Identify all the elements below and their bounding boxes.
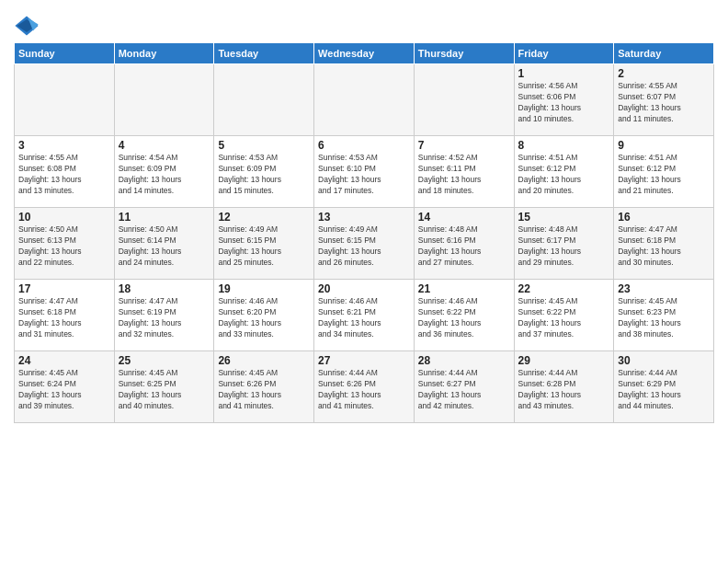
day-number: 19: [218, 282, 310, 295]
weekday-header-saturday: Saturday: [614, 43, 714, 64]
day-number: 30: [618, 354, 710, 367]
day-number: 5: [218, 139, 310, 152]
calendar-cell: 9Sunrise: 4:51 AM Sunset: 6:12 PM Daylig…: [614, 136, 714, 208]
day-number: 3: [18, 139, 110, 152]
weekday-header-thursday: Thursday: [414, 43, 514, 64]
day-number: 21: [418, 282, 510, 295]
day-info: Sunrise: 4:48 AM Sunset: 6:16 PM Dayligh…: [418, 224, 510, 269]
day-info: Sunrise: 4:55 AM Sunset: 6:07 PM Dayligh…: [618, 81, 710, 125]
calendar-cell: 14Sunrise: 4:48 AM Sunset: 6:16 PM Dayli…: [414, 208, 514, 280]
calendar-cell: 4Sunrise: 4:54 AM Sunset: 6:09 PM Daylig…: [114, 136, 214, 208]
day-info: Sunrise: 4:55 AM Sunset: 6:08 PM Dayligh…: [18, 153, 110, 197]
calendar-cell: [15, 64, 115, 136]
day-info: Sunrise: 4:45 AM Sunset: 6:23 PM Dayligh…: [618, 296, 710, 340]
calendar-cell: [114, 64, 214, 136]
calendar-cell: [314, 64, 415, 136]
day-number: 16: [618, 211, 710, 224]
day-info: Sunrise: 4:44 AM Sunset: 6:28 PM Dayligh…: [518, 368, 610, 412]
day-number: 27: [318, 354, 410, 367]
calendar-cell: 7Sunrise: 4:52 AM Sunset: 6:11 PM Daylig…: [414, 136, 514, 208]
day-number: 26: [218, 354, 310, 367]
calendar-cell: 2Sunrise: 4:55 AM Sunset: 6:07 PM Daylig…: [614, 64, 714, 136]
day-number: 22: [518, 282, 610, 295]
day-info: Sunrise: 4:47 AM Sunset: 6:18 PM Dayligh…: [618, 224, 710, 269]
logo-icon: [14, 13, 40, 39]
day-number: 7: [418, 139, 510, 152]
day-info: Sunrise: 4:53 AM Sunset: 6:09 PM Dayligh…: [218, 153, 310, 197]
day-info: Sunrise: 4:44 AM Sunset: 6:26 PM Dayligh…: [318, 368, 410, 412]
day-number: 29: [518, 354, 610, 367]
header-row: SundayMondayTuesdayWednesdayThursdayFrid…: [15, 43, 714, 64]
day-info: Sunrise: 4:48 AM Sunset: 6:17 PM Dayligh…: [518, 224, 610, 269]
calendar-cell: 12Sunrise: 4:49 AM Sunset: 6:15 PM Dayli…: [214, 208, 314, 280]
day-number: 13: [318, 211, 410, 224]
day-number: 12: [218, 211, 310, 224]
day-info: Sunrise: 4:47 AM Sunset: 6:19 PM Dayligh…: [119, 296, 210, 340]
day-info: Sunrise: 4:44 AM Sunset: 6:29 PM Dayligh…: [618, 368, 710, 412]
calendar-table: SundayMondayTuesdayWednesdayThursdayFrid…: [14, 42, 714, 423]
week-row-4: 17Sunrise: 4:47 AM Sunset: 6:18 PM Dayli…: [15, 280, 714, 351]
day-info: Sunrise: 4:52 AM Sunset: 6:11 PM Dayligh…: [418, 153, 510, 197]
calendar-cell: 25Sunrise: 4:45 AM Sunset: 6:25 PM Dayli…: [114, 351, 214, 423]
day-info: Sunrise: 4:53 AM Sunset: 6:10 PM Dayligh…: [318, 153, 410, 197]
day-number: 1: [518, 67, 610, 80]
day-info: Sunrise: 4:54 AM Sunset: 6:09 PM Dayligh…: [119, 153, 210, 197]
calendar-cell: 21Sunrise: 4:46 AM Sunset: 6:22 PM Dayli…: [414, 280, 514, 351]
weekday-header-wednesday: Wednesday: [314, 43, 415, 64]
day-number: 18: [119, 282, 210, 295]
calendar-cell: [214, 64, 314, 136]
calendar-cell: 10Sunrise: 4:50 AM Sunset: 6:13 PM Dayli…: [15, 208, 115, 280]
day-number: 8: [518, 139, 610, 152]
day-number: 15: [518, 211, 610, 224]
calendar-cell: 30Sunrise: 4:44 AM Sunset: 6:29 PM Dayli…: [614, 351, 714, 423]
calendar-cell: 29Sunrise: 4:44 AM Sunset: 6:28 PM Dayli…: [514, 351, 614, 423]
calendar-cell: 26Sunrise: 4:45 AM Sunset: 6:26 PM Dayli…: [214, 351, 314, 423]
calendar-cell: 22Sunrise: 4:45 AM Sunset: 6:22 PM Dayli…: [514, 280, 614, 351]
calendar-cell: 5Sunrise: 4:53 AM Sunset: 6:09 PM Daylig…: [214, 136, 314, 208]
day-info: Sunrise: 4:46 AM Sunset: 6:20 PM Dayligh…: [218, 296, 310, 340]
calendar-cell: 16Sunrise: 4:47 AM Sunset: 6:18 PM Dayli…: [614, 208, 714, 280]
calendar-cell: 18Sunrise: 4:47 AM Sunset: 6:19 PM Dayli…: [114, 280, 214, 351]
weekday-header-friday: Friday: [514, 43, 614, 64]
calendar-cell: 23Sunrise: 4:45 AM Sunset: 6:23 PM Dayli…: [614, 280, 714, 351]
day-number: 23: [618, 282, 710, 295]
day-info: Sunrise: 4:44 AM Sunset: 6:27 PM Dayligh…: [418, 368, 510, 412]
day-number: 6: [318, 139, 410, 152]
calendar-cell: 17Sunrise: 4:47 AM Sunset: 6:18 PM Dayli…: [15, 280, 115, 351]
week-row-5: 24Sunrise: 4:45 AM Sunset: 6:24 PM Dayli…: [15, 351, 714, 423]
calendar-cell: 20Sunrise: 4:46 AM Sunset: 6:21 PM Dayli…: [314, 280, 415, 351]
day-number: 9: [618, 139, 710, 152]
header: [14, 9, 714, 39]
day-info: Sunrise: 4:47 AM Sunset: 6:18 PM Dayligh…: [18, 296, 110, 340]
calendar-cell: 13Sunrise: 4:49 AM Sunset: 6:15 PM Dayli…: [314, 208, 415, 280]
day-info: Sunrise: 4:50 AM Sunset: 6:14 PM Dayligh…: [119, 224, 210, 269]
calendar-cell: 3Sunrise: 4:55 AM Sunset: 6:08 PM Daylig…: [15, 136, 115, 208]
day-info: Sunrise: 4:56 AM Sunset: 6:06 PM Dayligh…: [518, 81, 610, 125]
day-number: 14: [418, 211, 510, 224]
weekday-header-monday: Monday: [114, 43, 214, 64]
day-number: 11: [119, 211, 210, 224]
day-info: Sunrise: 4:46 AM Sunset: 6:21 PM Dayligh…: [318, 296, 410, 340]
day-number: 28: [418, 354, 510, 367]
day-number: 17: [18, 282, 110, 295]
day-number: 20: [318, 282, 410, 295]
calendar-cell: 8Sunrise: 4:51 AM Sunset: 6:12 PM Daylig…: [514, 136, 614, 208]
day-info: Sunrise: 4:49 AM Sunset: 6:15 PM Dayligh…: [218, 224, 310, 269]
calendar-cell: 6Sunrise: 4:53 AM Sunset: 6:10 PM Daylig…: [314, 136, 415, 208]
week-row-2: 3Sunrise: 4:55 AM Sunset: 6:08 PM Daylig…: [15, 136, 714, 208]
week-row-3: 10Sunrise: 4:50 AM Sunset: 6:13 PM Dayli…: [15, 208, 714, 280]
day-info: Sunrise: 4:51 AM Sunset: 6:12 PM Dayligh…: [618, 153, 710, 197]
day-info: Sunrise: 4:45 AM Sunset: 6:24 PM Dayligh…: [18, 368, 110, 412]
weekday-header-sunday: Sunday: [15, 43, 115, 64]
day-number: 24: [18, 354, 110, 367]
calendar-cell: 11Sunrise: 4:50 AM Sunset: 6:14 PM Dayli…: [114, 208, 214, 280]
day-info: Sunrise: 4:49 AM Sunset: 6:15 PM Dayligh…: [318, 224, 410, 269]
day-number: 10: [18, 211, 110, 224]
day-info: Sunrise: 4:45 AM Sunset: 6:25 PM Dayligh…: [119, 368, 210, 412]
logo: [14, 13, 41, 39]
week-row-1: 1Sunrise: 4:56 AM Sunset: 6:06 PM Daylig…: [15, 64, 714, 136]
day-number: 2: [618, 67, 710, 80]
calendar-cell: 19Sunrise: 4:46 AM Sunset: 6:20 PM Dayli…: [214, 280, 314, 351]
day-number: 4: [119, 139, 210, 152]
calendar-cell: 1Sunrise: 4:56 AM Sunset: 6:06 PM Daylig…: [514, 64, 614, 136]
